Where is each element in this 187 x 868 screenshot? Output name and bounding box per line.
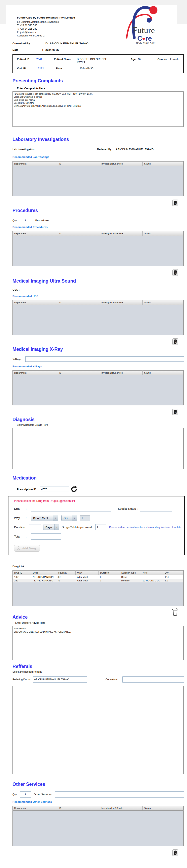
svg-text:↻: ↻ [175,852,176,854]
uss-col-department: Department [13,300,57,305]
other-services-delete-button[interactable]: ↻ [172,849,178,856]
lab-referred-by-value: ABIODUN EMMANUEL TAIWO [116,148,154,151]
special-notes-label: Special Notes [118,507,136,510]
logo-blue-dot [147,18,152,23]
drug-suggestion-notice: Please select the Drug from Drug suggess… [14,499,181,502]
drug-col-qty: Qty [163,570,183,575]
other-services-input[interactable] [55,792,184,798]
drug-table-row[interactable]: 229 FERRIC AMMONIU HS After Meal 1 Month… [13,579,184,582]
recommended-uss-label: Recommended USS [12,294,184,298]
letterhead: Future Care by Future Holdings (Pty) Lim… [0,0,187,40]
patient-name-field: Patient Name : BRIGITTE DOLORESSE PAYET [54,58,116,64]
consult-date-line: Date : 2024-08-30 [12,48,184,51]
xray-col-department: Department [13,371,57,375]
xray-col-id: ID [57,371,100,375]
procedures-input-row: Qty : Procedures : [12,218,184,223]
procedures-qty-label: Qty : [12,219,18,222]
consultant-label: Consultant [106,678,118,681]
patient-name-label: Patient Name [54,58,75,64]
recommended-other-services-label: Recommended Other Services [12,800,184,803]
patient-id-field: Patient ID : 7841 [17,58,54,64]
xray-table: Department ID Investigation/Service Stat… [12,370,184,405]
add-drug-button[interactable]: + Add Drug [14,545,40,552]
logo-word-care: C♥re [137,34,152,42]
drug-entry-box: Please select the Drug from Drug suggess… [8,496,185,555]
frequency-count-disabled-input: 1 [80,515,90,521]
complaints-textarea[interactable]: FBC shows features of Iron deficiency HB… [12,91,184,127]
lab-investigation-input[interactable] [38,147,84,152]
referring-doctor-input[interactable] [33,677,87,683]
advice-textarea[interactable]: REASSURE ENCOURAGE LIBERAL FLUID INTAKE … [12,626,184,660]
trash-icon: ↻ [174,270,177,275]
lab-col-investigation: Investigation/Service [100,161,143,166]
referral-input-row: Reffering Doctor Consultant [12,677,184,683]
lab-col-id: ID [57,161,100,166]
other-services-input-row: Qty : Other Services : [12,792,184,798]
section-title-procedures: Procedures [12,208,184,213]
trash-icon: ↻ [174,200,177,205]
proc-col-investigation: Investigation/Service [100,231,143,236]
recommended-lab-testings-label: Recommended Lab Testings [12,155,184,158]
section-title-referrals: Refferals [12,664,184,669]
procedures-delete-button[interactable]: ↻ [172,269,178,276]
duration-type-select[interactable]: Day/s ▼ [43,524,59,530]
gender-value: Female [170,58,179,64]
chevron-down-icon: ▼ [53,515,58,521]
proc-col-id: ID [57,231,100,236]
drug-label: Drug [14,507,26,510]
procedures-qty-input[interactable] [20,218,31,223]
lab-referred-by-label: Reffered By : [97,148,113,151]
uss-delete-button[interactable]: ↻ [172,338,178,345]
section-title-ultrasound: Medical Imaging Ultra Sound [12,278,184,284]
complaints-label: Enter Complaints Here [17,87,184,90]
duration-row: Duration : Day/s ▼ Drugs/Tablets per mea… [14,524,181,530]
logo-word-future: Future [133,26,155,35]
procedures-label: Procedures : [35,219,51,222]
lab-col-department: Department [13,161,57,166]
uss-col-investigation: Investigation/Service [100,300,143,305]
recommended-xray-label: Recommended X-Rays [12,365,184,368]
refresh-prescription-icon[interactable] [71,486,77,492]
other-col-id: ID [57,806,100,810]
consulted-by-label: Consulted By [12,42,42,45]
special-notes-input[interactable] [140,506,172,512]
drug-col-note: Note [141,570,163,575]
other-col-department: Department [13,806,57,810]
way-select[interactable]: Before Meal ▼ [31,515,58,521]
age-label: Age [130,58,136,64]
duration-input[interactable] [29,524,41,530]
lab-input-row: Lab Investingation : Reffered By : ABIOD… [12,147,184,152]
diagnosis-textarea[interactable] [12,428,184,469]
consult-date-label: Date [12,48,42,51]
consultant-input[interactable] [122,677,184,683]
drug-input[interactable] [31,506,111,512]
referral-subtitle: Select the needed Refferal [12,671,184,673]
xray-col-status: Status [143,371,184,375]
advice-delete-button[interactable] [172,608,178,616]
visit-id-value: 15232 [36,67,44,70]
uss-input[interactable] [22,287,184,292]
per-meal-input[interactable] [95,524,106,530]
proc-col-department: Department [13,231,57,236]
section-title-diagnosis: Diagnosis [12,417,184,422]
company-number: Company No.8417652-2 [17,34,104,37]
procedures-table: Department ID Investigation/Service Stat… [12,231,184,266]
other-qty-input[interactable] [20,792,31,798]
lab-testings-table: Department ID Investigation/Service Stat… [12,161,184,196]
frequency-select[interactable]: OD ▼ [61,515,77,521]
prescription-id-input[interactable] [40,487,69,492]
drug-col-way: Way [76,570,99,575]
xray-delete-button[interactable]: ↻ [172,409,178,415]
xray-input[interactable] [25,356,184,362]
drug-table-row[interactable]: 1394 NITROFURANTOIN BID After Meal 5 Day… [13,575,184,579]
referral-list-box[interactable] [12,686,184,774]
drug-col-id: Drug ID [13,570,31,575]
drug-row: Drug : Special Notes : [14,506,181,512]
age-value: 37 [138,58,141,64]
chevron-down-icon: ▼ [72,515,77,521]
visit-date-field: Date : 2024-08-30 [56,67,121,70]
total-input[interactable] [31,533,61,539]
drug-list-table: Drug ID Drug Fequency Way Duration Durat… [12,570,184,607]
lab-delete-button[interactable]: ↻ [172,199,178,206]
procedures-input[interactable] [53,218,184,223]
